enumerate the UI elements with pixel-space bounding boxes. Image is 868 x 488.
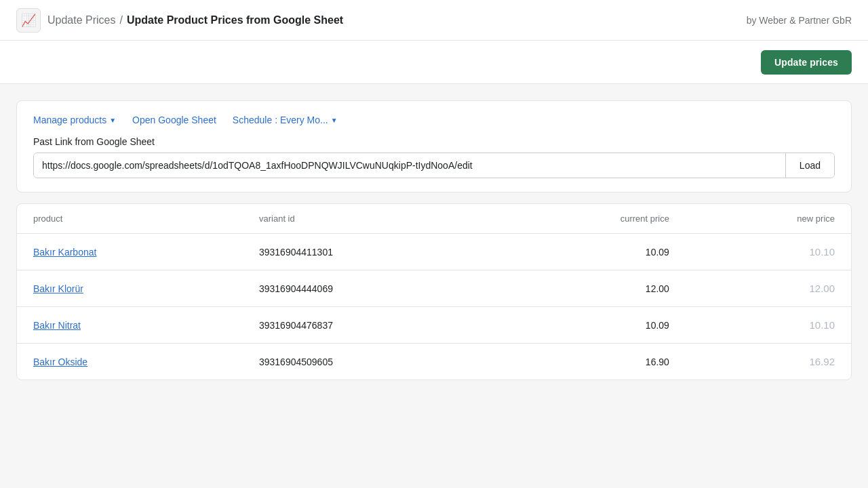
open-google-sheet-label: Open Google Sheet <box>132 115 216 125</box>
table-header-row: product variant id current price new pri… <box>17 204 851 234</box>
cell-product: Bakır Klorür <box>17 270 243 307</box>
open-google-sheet-link[interactable]: Open Google Sheet <box>132 115 216 125</box>
cell-variant-id: 39316904509605 <box>243 344 494 380</box>
cell-product: Bakır Nitrat <box>17 307 243 344</box>
cell-product: Bakır Okside <box>17 344 243 380</box>
products-table: product variant id current price new pri… <box>17 204 851 380</box>
schedule-link[interactable]: Schedule : Every Mo... ▼ <box>233 115 338 125</box>
main-content: Manage products ▼ Open Google Sheet Sche… <box>0 84 868 488</box>
manage-products-chevron-icon: ▼ <box>109 117 116 124</box>
col-header-new-price: new price <box>686 204 851 234</box>
url-input-label: Past Link from Google Sheet <box>33 136 835 147</box>
breadcrumb-separator: / <box>120 14 123 26</box>
cell-new-price: 16.92 <box>686 344 851 380</box>
breadcrumb: Update Prices / Update Product Prices fr… <box>47 14 343 26</box>
url-input-row: Load <box>33 152 835 178</box>
col-header-variant-id: variant id <box>243 204 494 234</box>
sheet-config-card: Manage products ▼ Open Google Sheet Sche… <box>16 100 852 192</box>
table-row: Bakır Nitrat3931690447683710.0910.10 <box>17 307 851 344</box>
cell-current-price: 10.09 <box>494 307 686 344</box>
table-row: Bakır Klorür3931690444406912.0012.00 <box>17 270 851 307</box>
product-link[interactable]: Bakır Okside <box>33 357 87 367</box>
cell-new-price: 10.10 <box>686 307 851 344</box>
schedule-label: Schedule : Every Mo... <box>233 115 328 125</box>
header-author: by Weber & Partner GbR <box>747 15 852 26</box>
cell-current-price: 12.00 <box>494 270 686 307</box>
load-button[interactable]: Load <box>786 153 834 178</box>
product-link[interactable]: Bakır Klorür <box>33 283 83 294</box>
app-icon-symbol: 📈 <box>21 13 36 28</box>
manage-products-link[interactable]: Manage products ▼ <box>33 115 116 125</box>
manage-products-label: Manage products <box>33 115 106 125</box>
cell-current-price: 16.90 <box>494 344 686 380</box>
product-link[interactable]: Bakır Karbonat <box>33 247 96 258</box>
cell-variant-id: 39316904411301 <box>243 234 494 270</box>
table-row: Bakır Karbonat3931690441130110.0910.10 <box>17 234 851 270</box>
cell-variant-id: 39316904476837 <box>243 307 494 344</box>
table-row: Bakır Okside3931690450960516.9016.92 <box>17 344 851 380</box>
header: 📈 Update Prices / Update Product Prices … <box>0 0 868 41</box>
cell-product: Bakır Karbonat <box>17 234 243 270</box>
col-header-product: product <box>17 204 243 234</box>
action-bar: Manage products ▼ Open Google Sheet Sche… <box>33 115 835 125</box>
col-header-current-price: current price <box>494 204 686 234</box>
breadcrumb-current: Update Product Prices from Google Sheet <box>127 14 343 26</box>
update-prices-button[interactable]: Update prices <box>761 50 852 75</box>
schedule-chevron-icon: ▼ <box>331 117 338 124</box>
toolbar: Update prices <box>0 41 868 84</box>
cell-variant-id: 39316904444069 <box>243 270 494 307</box>
breadcrumb-link[interactable]: Update Prices <box>47 14 116 26</box>
google-sheet-url-input[interactable] <box>34 153 785 178</box>
cell-current-price: 10.09 <box>494 234 686 270</box>
header-left: 📈 Update Prices / Update Product Prices … <box>16 8 343 33</box>
cell-new-price: 12.00 <box>686 270 851 307</box>
product-link[interactable]: Bakır Nitrat <box>33 320 81 331</box>
cell-new-price: 10.10 <box>686 234 851 270</box>
products-table-card: product variant id current price new pri… <box>16 203 852 380</box>
app-icon: 📈 <box>16 8 41 33</box>
